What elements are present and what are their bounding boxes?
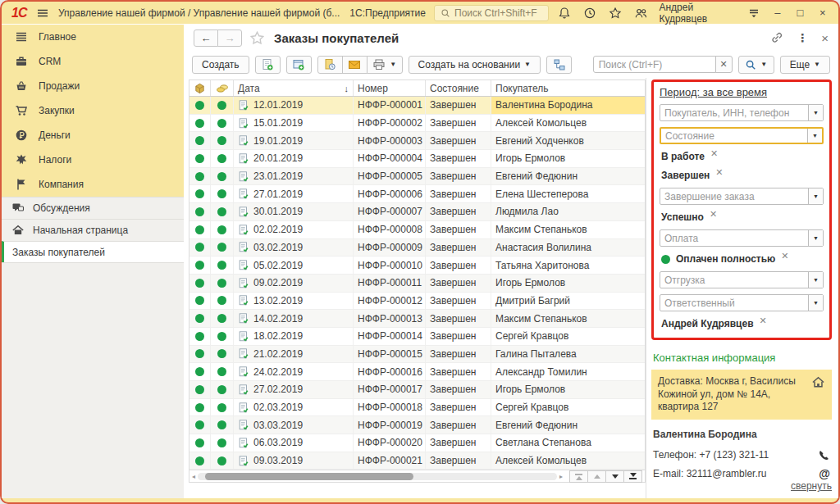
green-status-dot bbox=[195, 367, 204, 376]
maximize-button[interactable]: □ bbox=[794, 7, 806, 19]
sidebar-tab-customer-orders[interactable]: Заказы покупателей bbox=[2, 241, 184, 262]
completion-filter-field[interactable]: Завершение заказа ▼ bbox=[660, 188, 824, 205]
close-window-button[interactable]: × bbox=[817, 7, 829, 19]
dropdown-button[interactable]: ▼ bbox=[808, 105, 823, 120]
posted-document-icon bbox=[238, 188, 249, 200]
sidebar-item-money[interactable]: Деньги bbox=[2, 123, 184, 148]
copy-document-button[interactable] bbox=[255, 56, 281, 74]
dropdown-button[interactable]: ▼ bbox=[808, 230, 823, 246]
customer-filter-field[interactable]: Покупатель, ИНН, телефон ▼ bbox=[660, 104, 824, 121]
sidebar-item-taxes[interactable]: Налоги bbox=[2, 148, 184, 172]
contact-phone-row[interactable]: Телефон: +7 (123) 321-11 bbox=[653, 449, 830, 461]
remove-tag-icon[interactable]: ✕ bbox=[760, 316, 767, 326]
scrollbar-thumb[interactable] bbox=[205, 473, 413, 480]
clear-search-icon[interactable]: ✕ bbox=[715, 56, 733, 73]
table-row[interactable]: 30.01.2019 НФФР-000007 Завершен Людмила … bbox=[189, 203, 645, 221]
notifications-bell-icon[interactable] bbox=[557, 5, 572, 21]
collapse-link[interactable]: свернуть bbox=[791, 480, 832, 493]
sidebar-item-crm[interactable]: CRM bbox=[2, 49, 184, 74]
table-row[interactable]: 09.02.2019 НФФР-000011 Завершен Игорь Ер… bbox=[189, 275, 645, 293]
table-row[interactable]: 02.03.2019 НФФР-000018 Завершен Сергей К… bbox=[189, 399, 645, 417]
sidebar-item-home-page[interactable]: Начальная страница bbox=[2, 219, 184, 241]
scroll-right-icon[interactable]: ▸ bbox=[559, 473, 563, 480]
payment-filter-field[interactable]: Оплата ▼ bbox=[660, 229, 824, 247]
scroll-left-icon[interactable]: ◂ bbox=[192, 473, 195, 480]
responsible-filter-field[interactable]: Ответственный ▼ bbox=[660, 294, 824, 311]
print-button[interactable]: ▼ bbox=[367, 56, 403, 74]
create-button[interactable]: Создать bbox=[192, 56, 249, 74]
table-row[interactable]: 19.01.2019 НФФР-000003 Завершен Евгений … bbox=[189, 132, 645, 150]
date-column-header[interactable]: Дата ↓ bbox=[234, 80, 354, 96]
users-icon[interactable] bbox=[633, 5, 648, 21]
table-row[interactable]: 24.02.2019 НФФР-000016 Завершен Александ… bbox=[189, 363, 645, 381]
table-row[interactable]: 23.01.2019 НФФР-000005 Завершен Евгений … bbox=[189, 168, 645, 186]
sidebar-item-sales[interactable]: Продажи bbox=[2, 74, 184, 98]
period-link[interactable]: Период: за все время bbox=[660, 86, 767, 98]
back-button[interactable]: ← bbox=[194, 30, 218, 47]
list-search-input[interactable] bbox=[593, 56, 716, 73]
payment-column-header[interactable] bbox=[211, 80, 234, 96]
table-row[interactable]: 09.03.2019 НФФР-000021 Завершен Алексей … bbox=[189, 452, 645, 470]
number-column-header[interactable]: Номер bbox=[354, 80, 426, 96]
state-filter-field[interactable]: Состояние ▼ bbox=[660, 127, 824, 144]
table-row[interactable]: 05.02.2019 НФФР-000010 Завершен Татьяна … bbox=[189, 257, 645, 275]
remove-tag-icon[interactable]: ✕ bbox=[710, 209, 717, 220]
minimize-button[interactable]: – bbox=[772, 7, 783, 19]
table-row[interactable]: 06.03.2019 НФФР-000020 Завершен Светлана… bbox=[189, 434, 645, 452]
table-row[interactable]: 18.02.2019 НФФР-000014 Завершен Сергей К… bbox=[189, 328, 645, 346]
table-row[interactable]: 14.02.2019 НФФР-000013 Завершен Максим С… bbox=[189, 310, 645, 328]
table-row[interactable]: 03.03.2019 НФФР-000019 Завершен Евгений … bbox=[189, 416, 645, 434]
email-button[interactable] bbox=[342, 56, 368, 74]
sidebar-item-company[interactable]: Компания bbox=[2, 172, 184, 197]
main-menu-icon[interactable] bbox=[34, 5, 50, 21]
contact-email-row[interactable]: E-mail: 32111@rambler.ru @ bbox=[653, 467, 830, 480]
go-last-button[interactable] bbox=[623, 470, 642, 483]
shipment-column-header[interactable] bbox=[189, 80, 211, 96]
service-menu-icon[interactable] bbox=[746, 5, 761, 21]
remove-tag-icon[interactable]: ✕ bbox=[781, 251, 788, 261]
table-row[interactable]: 27.02.2019 НФФР-000017 Завершен Игорь Ер… bbox=[189, 381, 645, 399]
remove-tag-icon[interactable]: ✕ bbox=[710, 148, 718, 159]
table-row[interactable]: 15.01.2019 НФФР-000002 Завершен Алексей … bbox=[189, 115, 645, 133]
buyer-column-header[interactable]: Покупатель bbox=[491, 80, 645, 96]
favorites-star-icon[interactable] bbox=[608, 5, 623, 21]
table-row[interactable]: 13.02.2019 НФФР-000012 Завершен Дмитрий … bbox=[189, 293, 645, 311]
dropdown-button[interactable]: ▼ bbox=[808, 295, 823, 311]
favorite-star-icon[interactable] bbox=[249, 30, 265, 46]
dropdown-button[interactable]: ▼ bbox=[807, 129, 822, 143]
create-based-on-button[interactable]: Создать на основании▼ bbox=[409, 56, 541, 74]
remove-tag-icon[interactable]: ✕ bbox=[715, 167, 723, 178]
table-row[interactable]: 21.02.2019 НФФР-000015 Завершен Галина П… bbox=[189, 346, 645, 364]
dropdown-button[interactable]: ▼ bbox=[808, 272, 823, 288]
invoice-button[interactable] bbox=[317, 56, 343, 74]
more-button[interactable]: Еще▼ bbox=[780, 56, 830, 74]
table-row[interactable]: 20.01.2019 НФФР-000004 Завершен Игорь Ер… bbox=[189, 150, 645, 168]
scrollbar-track[interactable] bbox=[198, 473, 557, 480]
sidebar-item-purchases[interactable]: Закупки bbox=[2, 98, 184, 123]
create-group-button[interactable] bbox=[286, 56, 312, 74]
go-first-button[interactable] bbox=[569, 470, 588, 483]
get-link-icon[interactable] bbox=[770, 31, 783, 44]
page-down-button[interactable] bbox=[605, 470, 624, 483]
horizontal-scrollbar[interactable]: ◂ ▸ bbox=[189, 470, 645, 482]
current-user[interactable]: Андрей Кудрявцев bbox=[659, 2, 735, 25]
page-up-button[interactable] bbox=[587, 470, 606, 483]
sidebar-item-discussions[interactable]: Обсуждения bbox=[2, 197, 184, 219]
history-icon[interactable] bbox=[582, 5, 597, 21]
dropdown-button[interactable]: ▼ bbox=[808, 188, 823, 204]
table-row[interactable]: 12.01.2019 НФФР-000001 Завершен Валентин… bbox=[189, 97, 645, 115]
table-row[interactable]: 27.01.2019 НФФР-000006 Завершен Елена Ше… bbox=[189, 185, 645, 203]
search-options-button[interactable]: ▼ bbox=[738, 56, 774, 74]
payment-status-cell bbox=[211, 328, 234, 345]
global-search[interactable]: Поиск Ctrl+Shift+F bbox=[434, 5, 549, 21]
shipment-filter-field[interactable]: Отгрузка ▼ bbox=[660, 271, 824, 288]
forward-button[interactable]: → bbox=[217, 30, 242, 47]
more-menu-icon[interactable]: ⋮ bbox=[797, 31, 808, 44]
sidebar-item-main[interactable]: Главное bbox=[2, 25, 184, 49]
state-column-header[interactable]: Состояние bbox=[426, 80, 491, 96]
table-row[interactable]: 03.02.2019 НФФР-000009 Завершен Анастаси… bbox=[189, 239, 645, 257]
delivery-address-card[interactable]: Доставка: Москва г, Василисы Кожиной ул,… bbox=[651, 370, 832, 420]
table-row[interactable]: 02.02.2019 НФФР-000008 Завершен Максим С… bbox=[189, 221, 645, 239]
close-form-icon[interactable]: × bbox=[821, 31, 829, 45]
hierarchy-button[interactable] bbox=[546, 56, 572, 74]
